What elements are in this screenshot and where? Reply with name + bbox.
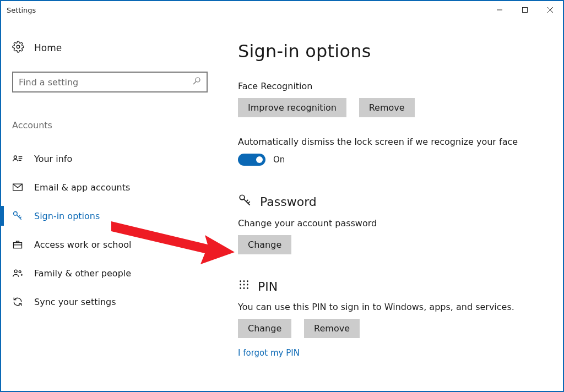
face-recognition-label: Face Recognition (238, 81, 541, 91)
sidebar-item-label: Sync your settings (34, 297, 116, 307)
svg-line-25 (246, 200, 248, 202)
password-section: Password Change your account password Ch… (238, 193, 541, 254)
password-description: Change your account password (238, 218, 541, 228)
svg-point-28 (247, 280, 248, 282)
person-card-icon (12, 153, 23, 164)
sidebar-item-sync-settings[interactable]: Sync your settings (1, 287, 199, 316)
envelope-icon (12, 182, 23, 193)
pin-pad-icon (238, 279, 250, 294)
svg-line-24 (248, 202, 250, 203)
svg-point-4 (17, 45, 20, 48)
sidebar-item-family-people[interactable]: Family & other people (1, 259, 199, 287)
sync-icon (12, 296, 23, 307)
svg-rect-1 (523, 8, 528, 13)
page-title: Sign-in options (238, 41, 541, 62)
svg-line-15 (19, 215, 20, 217)
svg-point-5 (196, 78, 200, 82)
svg-point-30 (243, 284, 245, 286)
auto-dismiss-toggle[interactable] (238, 154, 265, 166)
main-content: Sign-in options Face Recognition Improve… (210, 19, 563, 391)
close-button[interactable] (538, 1, 563, 19)
sidebar-item-signin-options[interactable]: Sign-in options (1, 202, 199, 230)
sidebar-item-label: Email & app accounts (34, 182, 130, 193)
briefcase-icon (12, 239, 23, 250)
sidebar-item-label: Access work or school (34, 239, 131, 250)
sidebar-item-work-school[interactable]: Access work or school (1, 230, 199, 259)
svg-point-22 (240, 195, 245, 200)
pin-section: PIN You can use this PIN to sign in to W… (238, 279, 541, 358)
key-icon (12, 210, 23, 221)
svg-point-34 (247, 287, 248, 289)
sidebar-item-your-info[interactable]: Your info (1, 144, 199, 173)
settings-window: Settings Home (0, 0, 564, 392)
svg-point-32 (240, 287, 241, 289)
svg-point-26 (240, 280, 241, 282)
svg-point-7 (14, 156, 17, 159)
caption-controls (487, 1, 563, 19)
sidebar-item-label: Family & other people (34, 268, 131, 279)
home-link[interactable]: Home (12, 41, 199, 55)
svg-rect-16 (14, 243, 22, 248)
maximize-button[interactable] (512, 1, 538, 19)
search-placeholder: Find a setting (19, 77, 192, 88)
search-input[interactable]: Find a setting (12, 72, 208, 92)
pin-heading: PIN (258, 280, 278, 293)
body: Home Find a setting Accounts (1, 19, 563, 391)
svg-point-31 (247, 284, 248, 286)
change-pin-button[interactable]: Change (238, 319, 291, 338)
svg-point-33 (243, 287, 245, 289)
toggle-knob (256, 156, 263, 163)
category-header: Accounts (12, 120, 199, 130)
remove-face-button[interactable]: Remove (359, 98, 415, 117)
auto-dismiss-description: Automatically dismiss the lock screen if… (238, 137, 541, 147)
svg-point-18 (14, 270, 17, 273)
change-password-button[interactable]: Change (238, 235, 291, 254)
sidebar-item-label: Your info (34, 154, 72, 164)
people-icon (12, 268, 23, 279)
nav: Your info Email & app accounts (1, 144, 199, 316)
svg-point-29 (240, 284, 241, 286)
svg-point-19 (19, 271, 21, 273)
forgot-pin-link[interactable]: I forgot my PIN (238, 348, 541, 358)
password-heading: Password (260, 195, 317, 209)
minimize-button[interactable] (487, 1, 512, 19)
gear-icon (12, 41, 24, 55)
key-icon (238, 193, 252, 210)
svg-line-6 (193, 81, 196, 84)
face-recognition-section: Face Recognition Improve recognition Rem… (238, 81, 541, 166)
remove-pin-button[interactable]: Remove (304, 319, 360, 338)
svg-point-27 (243, 280, 245, 282)
improve-recognition-button[interactable]: Improve recognition (238, 98, 346, 117)
sidebar-item-email-accounts[interactable]: Email & app accounts (1, 173, 199, 202)
search-icon (192, 77, 201, 88)
sidebar: Home Find a setting Accounts (1, 19, 210, 391)
sidebar-item-label: Sign-in options (34, 211, 100, 221)
titlebar: Settings (1, 1, 563, 19)
svg-line-14 (20, 217, 21, 219)
home-label: Home (34, 42, 62, 53)
toggle-state-label: On (273, 155, 285, 165)
svg-point-12 (14, 212, 18, 216)
window-title: Settings (7, 6, 36, 14)
pin-description: You can use this PIN to sign in to Windo… (238, 302, 541, 312)
